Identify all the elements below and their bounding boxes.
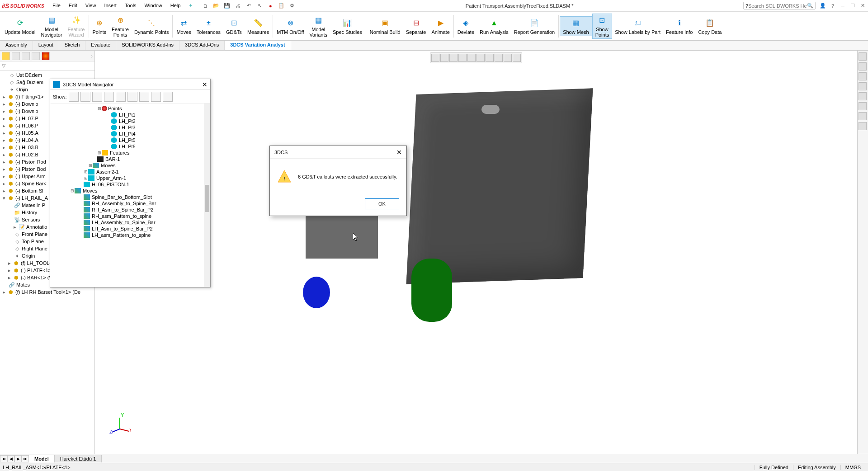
tree-ust-duzlem[interactable]: ◇Üst Düzlem xyxy=(1,71,94,79)
show-btn-5-icon[interactable] xyxy=(116,92,126,102)
tab-sw-addins[interactable]: SOLIDWORKS Add-Ins xyxy=(116,41,179,50)
status-units[interactable]: MMGS xyxy=(840,465,865,470)
menu-tools[interactable]: Tools xyxy=(121,1,140,10)
vp-zoom-area-icon[interactable] xyxy=(440,54,448,62)
tree-lh-rh-barset[interactable]: ▸⬢(f) LH RH Barset Tool<1> (De xyxy=(1,288,94,296)
bottom-tab-hareket[interactable]: Hareket Etüdü 1 xyxy=(55,455,102,462)
nav-hl06-piston[interactable]: HL06_PISTON-1 xyxy=(52,181,208,188)
tab-evaluate[interactable]: Evaluate xyxy=(85,41,116,50)
feature-filter[interactable]: ▽ xyxy=(0,61,94,71)
taskpane-library-icon[interactable] xyxy=(859,72,867,80)
navigator-titlebar[interactable]: 3DCS Model Navigator ✕ xyxy=(50,79,210,90)
maximize-icon[interactable]: ☐ xyxy=(849,2,856,9)
tab-sketch[interactable]: Sketch xyxy=(59,41,86,50)
tab-next-icon[interactable]: ▶ xyxy=(14,455,22,462)
separate-button[interactable]: ⊟Separate xyxy=(403,17,429,36)
animate-button[interactable]: ▶Animate xyxy=(429,17,452,36)
feature-info-button[interactable]: ℹFeature Info xyxy=(663,17,695,36)
deviate-button[interactable]: ◈Deviate xyxy=(455,17,477,36)
fm-tab-display-icon[interactable] xyxy=(42,52,50,60)
nav-move-6[interactable]: LH_Asm_to_Spine_Bar_P2 xyxy=(52,226,208,232)
taskpane-home-icon[interactable] xyxy=(859,52,867,61)
nav-move-2[interactable]: RH_Assembly_to_Spine_Bar xyxy=(52,200,208,207)
tab-prev-icon[interactable]: ◀ xyxy=(7,455,14,462)
mtm-button[interactable]: ⊗MTM On/Off xyxy=(274,17,307,36)
orientation-triad[interactable]: Y X Z xyxy=(108,413,131,436)
help-search[interactable]: ? 🔍 xyxy=(743,2,816,9)
taskpane-properties-icon[interactable] xyxy=(859,112,867,120)
nav-lh-pt2[interactable]: LH_Pt2 xyxy=(52,118,208,124)
nav-lh-pt5[interactable]: LH_Pt5 xyxy=(52,137,208,143)
new-doc-icon[interactable]: 🗋 xyxy=(202,2,209,9)
taskpane-resources-icon[interactable] xyxy=(859,62,867,71)
vp-section-icon[interactable] xyxy=(458,54,467,62)
dialog-ok-button[interactable]: OK xyxy=(365,198,399,209)
taskpane-explorer-icon[interactable] xyxy=(859,82,867,90)
menu-help[interactable]: Help xyxy=(167,1,184,10)
vp-display-style-icon[interactable] xyxy=(476,54,485,62)
vp-scene-icon[interactable] xyxy=(504,54,512,62)
model-navigator-button[interactable]: ▤Model Navigator xyxy=(38,14,65,38)
copy-data-button[interactable]: 📋Copy Data xyxy=(695,17,724,36)
fm-tab-config-icon[interactable] xyxy=(22,52,30,60)
run-analysis-button[interactable]: ▲Run Analysis xyxy=(477,17,511,36)
tab-3dcs-analyst[interactable]: 3DCS Variation Analyst xyxy=(225,41,291,50)
nav-lh-pt4[interactable]: LH_Pt4 xyxy=(52,131,208,137)
nav-moves1[interactable]: ⊞Moves xyxy=(52,162,208,169)
report-generation-button[interactable]: 📄Report Generation xyxy=(511,17,558,36)
nav-moves2[interactable]: ⊟Moves xyxy=(52,188,208,194)
fm-tab-tree-icon[interactable] xyxy=(2,52,10,60)
menu-window[interactable]: Window xyxy=(141,1,166,10)
vp-hide-show-icon[interactable] xyxy=(486,54,494,62)
nominal-build-button[interactable]: ▣Nominal Build xyxy=(367,17,403,36)
nav-points-node[interactable]: ⊟Points xyxy=(52,105,208,112)
vp-zoom-fit-icon[interactable] xyxy=(431,54,439,62)
navigator-scrollbar[interactable] xyxy=(204,104,210,287)
navigator-close-icon[interactable]: ✕ xyxy=(202,81,208,88)
feature-wizard-button[interactable]: ✨Feature Wizard xyxy=(65,14,88,38)
select-icon[interactable]: ↖ xyxy=(256,2,263,9)
help2-icon[interactable]: ? xyxy=(829,2,836,9)
show-points-button[interactable]: ⊡Show Points xyxy=(592,14,613,39)
vp-appearance-icon[interactable] xyxy=(495,54,503,62)
minimize-icon[interactable]: ─ xyxy=(839,2,846,9)
undo-icon[interactable]: ↶ xyxy=(245,2,252,9)
show-btn-4-icon[interactable] xyxy=(104,92,114,102)
show-btn-1-icon[interactable] xyxy=(69,92,79,102)
search-input[interactable] xyxy=(748,3,807,9)
vp-view-orient-icon[interactable] xyxy=(467,54,476,62)
menu-view[interactable]: View xyxy=(82,1,100,10)
nav-assem2[interactable]: ⊞Assem2-1 xyxy=(52,169,208,175)
fm-tab-dimxpert-icon[interactable] xyxy=(32,52,40,60)
fm-expand-icon[interactable]: › xyxy=(91,53,93,59)
settings-icon[interactable]: ⚙ xyxy=(288,2,296,9)
nav-move-5[interactable]: LH_Assembly_to_Spine_Bar xyxy=(52,219,208,226)
taskpane-appearances-icon[interactable] xyxy=(859,102,867,110)
spec-studies-button[interactable]: 📊Spec Studies xyxy=(330,17,365,36)
show-btn-9-icon[interactable] xyxy=(163,92,173,102)
tolerances-button[interactable]: ±Tolerances xyxy=(194,17,223,36)
tab-layout[interactable]: Layout xyxy=(33,41,59,50)
points-button[interactable]: ⊕Points xyxy=(90,17,109,36)
menu-star-icon[interactable]: ✦ xyxy=(185,1,196,10)
rebuild-icon[interactable]: ● xyxy=(267,2,274,9)
feature-points-button[interactable]: ⊛Feature Points xyxy=(109,14,132,38)
moves-button[interactable]: ⇄Moves xyxy=(174,17,193,36)
taskpane-view-palette-icon[interactable] xyxy=(859,92,867,100)
user-icon[interactable]: 👤 xyxy=(819,2,826,9)
show-btn-3-icon[interactable] xyxy=(92,92,102,102)
navigator-tree[interactable]: ⊟Points LH_Pt1 LH_Pt2 LH_Pt3 LH_Pt4 LH_P… xyxy=(50,104,210,287)
vp-render-icon[interactable] xyxy=(513,54,521,62)
nav-move-3[interactable]: RH_Asm_to_Spine_Bar_P2 xyxy=(52,207,208,213)
nav-move-7[interactable]: LH_asm_Pattern_to_spine xyxy=(52,232,208,238)
update-model-button[interactable]: ⟳Update Model xyxy=(2,17,38,36)
tab-first-icon[interactable]: ⏮ xyxy=(0,455,7,462)
nav-lh-pt6[interactable]: LH_Pt6 xyxy=(52,143,208,150)
tab-assembly[interactable]: Assembly xyxy=(0,41,33,50)
show-btn-2-icon[interactable] xyxy=(80,92,90,102)
nav-lh-pt3[interactable]: LH_Pt3 xyxy=(52,124,208,131)
fm-tab-property-icon[interactable] xyxy=(12,52,20,60)
show-btn-8-icon[interactable] xyxy=(151,92,161,102)
close-icon[interactable]: ✕ xyxy=(859,2,866,9)
taskpane-forum-icon[interactable] xyxy=(859,122,867,130)
